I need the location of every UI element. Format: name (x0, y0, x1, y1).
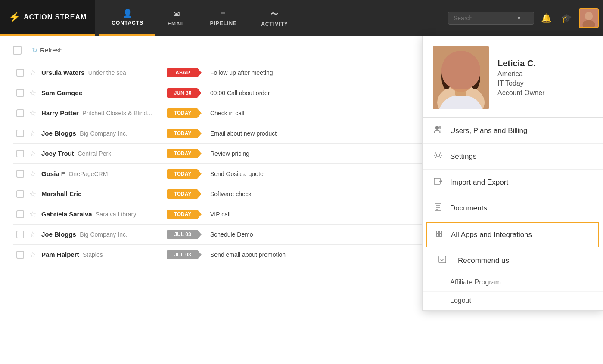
dropdown-item-import-export[interactable]: Import and Export (423, 170, 603, 195)
row-checkbox-4[interactable] (16, 150, 24, 157)
refresh-icon: ↻ (32, 46, 37, 54)
star-icon-2[interactable]: ☆ (29, 108, 36, 118)
svg-point-14 (435, 126, 439, 130)
email-icon: ✉ (173, 9, 180, 19)
notifications-icon[interactable]: 🔔 (538, 10, 554, 26)
row-checkbox-3[interactable] (16, 130, 24, 137)
nav-right: ▼ 🔔 🎓 (448, 8, 603, 28)
nav-label-activity: ACTIVITY (261, 21, 288, 27)
profile-role: Account Owner (497, 89, 544, 97)
contact-name-7: Gabriela Saraiva (41, 210, 92, 218)
svg-point-8 (441, 64, 452, 89)
recommend-icon (437, 255, 448, 266)
select-all-checkbox[interactable] (13, 46, 22, 55)
svg-rect-18 (435, 203, 441, 211)
dropdown-item-settings[interactable]: Settings (423, 144, 603, 170)
svg-point-25 (439, 234, 442, 237)
dropdown-item-users-plans[interactable]: Users, Plans and Billing (423, 118, 603, 144)
star-icon-3[interactable]: ☆ (29, 129, 36, 138)
nav-item-pipeline[interactable]: ≡ PIPELINE (198, 0, 249, 36)
import-export-label: Import and Export (450, 178, 508, 187)
contact-name-4: Joey Trout (41, 150, 74, 157)
contact-name-area-4: Joey Trout Central Perk (41, 150, 162, 157)
contact-name-area-3: Joe Bloggs Big Company Inc. (41, 130, 162, 137)
star-icon-4[interactable]: ☆ (29, 149, 36, 158)
contacts-icon: 👤 (123, 9, 133, 18)
app-name: ACTION STREAM (24, 13, 87, 21)
contact-action-9: Send email about promotion (210, 251, 286, 258)
import-export-icon (433, 176, 443, 188)
nav-item-email[interactable]: ✉ EMAIL (155, 0, 198, 36)
contact-action-4: Review pricing (210, 150, 249, 157)
contact-action-7: VIP call (210, 211, 230, 218)
star-icon-6[interactable]: ☆ (29, 189, 36, 199)
contact-action-3: Email about new product (210, 130, 277, 137)
star-icon-1[interactable]: ☆ (29, 88, 36, 98)
users-plans-label: Users, Plans and Billing (450, 126, 528, 135)
star-icon-8[interactable]: ☆ (29, 230, 36, 239)
contact-company-0: Under the sea (88, 69, 126, 76)
profile-company: IT Today (497, 80, 544, 87)
settings-icon (433, 151, 443, 162)
search-box[interactable]: ▼ (448, 12, 534, 25)
contact-name-area-6: Marshall Eric (41, 190, 162, 198)
contact-badge-6: TODAY (167, 189, 202, 199)
contact-action-5: Send Gosia a quote (210, 170, 264, 177)
contact-name-2: Harry Potter (41, 109, 79, 117)
nav-item-contacts[interactable]: 👤 CONTACTS (99, 0, 155, 36)
row-checkbox-7[interactable] (16, 210, 24, 218)
row-checkbox-2[interactable] (16, 109, 24, 117)
row-checkbox-9[interactable] (16, 251, 24, 259)
row-checkbox-6[interactable] (16, 190, 24, 198)
contact-name-3: Joe Bloggs (41, 130, 76, 137)
dropdown-item-documents[interactable]: Documents (423, 195, 603, 221)
dropdown-sub-items: Recommend us Affiliate Program Logout (423, 248, 603, 310)
contact-badge-1: JUN 30 (167, 88, 202, 98)
row-checkbox-0[interactable] (16, 69, 24, 77)
contact-action-2: Check in call (210, 110, 244, 117)
search-chevron-icon: ▼ (516, 15, 522, 21)
profile-name: Leticia C. (497, 59, 544, 68)
user-avatar-image (580, 9, 598, 27)
contact-badge-4: TODAY (167, 149, 202, 158)
row-checkbox-1[interactable] (16, 89, 24, 97)
star-icon-5[interactable]: ☆ (29, 169, 36, 179)
dropdown-item-recommend[interactable]: Recommend us (423, 248, 603, 273)
contact-badge-2: TODAY (167, 108, 202, 118)
star-icon-0[interactable]: ☆ (29, 68, 36, 77)
logo-area[interactable]: ⚡ ACTION STREAM (0, 0, 95, 36)
svg-point-1 (585, 12, 593, 20)
dropdown-item-logout[interactable]: Logout (423, 292, 603, 310)
refresh-button[interactable]: ↻ Refresh (28, 44, 66, 56)
user-avatar-button[interactable] (579, 8, 599, 28)
svg-point-9 (470, 64, 480, 89)
contact-badge-5: TODAY (167, 169, 202, 179)
search-input[interactable] (454, 15, 514, 22)
affiliate-label: Affiliate Program (450, 278, 501, 286)
settings-label: Settings (450, 152, 476, 161)
svg-point-11 (454, 72, 458, 77)
svg-point-7 (445, 52, 477, 76)
recommend-label: Recommend us (458, 256, 509, 265)
row-checkbox-8[interactable] (16, 231, 24, 238)
documents-icon (433, 202, 443, 214)
star-icon-7[interactable]: ☆ (29, 210, 36, 219)
contact-badge-7: TODAY (167, 210, 202, 219)
row-checkbox-5[interactable] (16, 170, 24, 178)
documents-label: Documents (450, 204, 487, 213)
contact-name-5: Gosia F (41, 170, 65, 177)
dropdown-item-apps-integrations[interactable]: All Apps and Integrations (426, 222, 599, 247)
help-icon[interactable]: 🎓 (559, 10, 575, 26)
contact-name-area-7: Gabriela Saraiva Saraiva Library (41, 210, 162, 218)
contact-name-area-8: Joe Bloggs Big Company Inc. (41, 231, 162, 238)
apps-integrations-label: All Apps and Integrations (451, 231, 532, 239)
nav-item-activity[interactable]: 〜 ACTIVITY (249, 0, 300, 36)
contact-company-3: Big Company Inc. (80, 130, 127, 137)
contact-action-1: 09:00 Call about order (210, 89, 270, 96)
star-icon-9[interactable]: ☆ (29, 250, 36, 259)
dropdown-item-affiliate[interactable]: Affiliate Program (423, 273, 603, 292)
profile-region: America (497, 70, 544, 78)
svg-point-16 (437, 154, 440, 157)
contact-name-area-2: Harry Potter Pritchett Closets & Blind..… (41, 109, 162, 117)
contact-action-8: Schedule Demo (210, 231, 253, 238)
